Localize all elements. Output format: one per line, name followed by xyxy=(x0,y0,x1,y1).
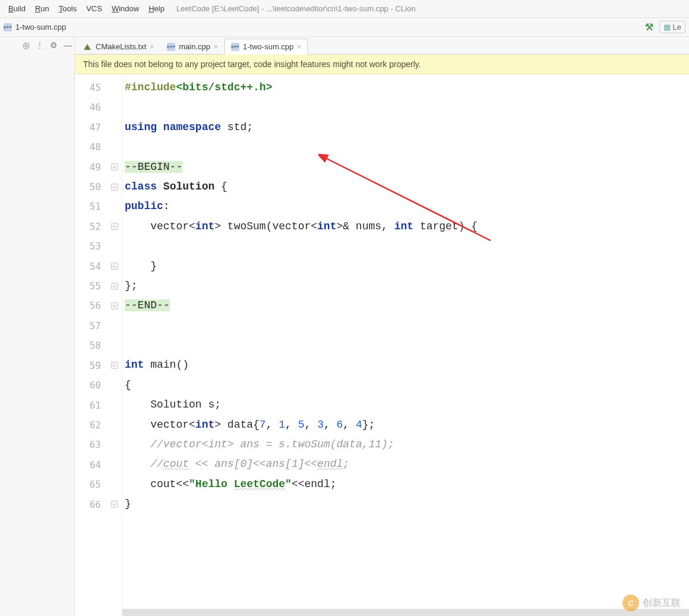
close-icon[interactable]: × xyxy=(214,43,218,51)
secondary-toolbar: c++ 1-two-sum.cpp ⚒ ▦ Le xyxy=(0,18,689,37)
code-line[interactable] xyxy=(125,316,689,336)
code-line[interactable]: cout<<"Hello LeetCode"<<endl; xyxy=(125,475,689,494)
code-line[interactable]: vector<int> twoSum(vector<int>& nums, in… xyxy=(125,217,689,236)
code-line[interactable]: --END-- xyxy=(125,296,689,315)
open-file-label: 1-two-sum.cpp xyxy=(15,23,66,31)
window-title: LeetCode [E:\LeetCode] - ...\leetcode\ed… xyxy=(176,4,416,13)
code-line[interactable] xyxy=(125,137,689,157)
menu-help[interactable]: Help xyxy=(144,2,169,15)
menubar: BuildRunToolsVCSWindowHelp LeetCode [E:\… xyxy=(0,0,689,18)
right-panel-button[interactable]: ▦ Le xyxy=(659,21,685,33)
code-line[interactable]: int main() xyxy=(125,355,689,375)
fold-open-icon[interactable]: − xyxy=(111,184,118,191)
code-line[interactable]: { xyxy=(125,375,689,395)
editor-body: 4546474849505152535455565758596061626364… xyxy=(75,74,689,616)
code-line[interactable]: } xyxy=(125,494,689,514)
cmake-icon xyxy=(84,44,91,50)
code-line[interactable]: Solution s; xyxy=(125,395,689,415)
fold-column: −−−−−−−− xyxy=(107,74,122,616)
panel-label: Le xyxy=(673,23,681,31)
cpp-file-icon: c++ xyxy=(167,43,175,51)
watermark-logo-icon: C xyxy=(622,595,639,611)
code-line[interactable]: //vector<int> ans = s.twoSum(data,11); xyxy=(125,435,689,454)
target-icon[interactable]: ◎ xyxy=(23,40,30,50)
warning-text: This file does not belong to any project… xyxy=(83,59,421,69)
close-icon[interactable]: × xyxy=(297,43,301,51)
code-line[interactable]: --BEGIN-- xyxy=(125,157,689,177)
close-icon[interactable]: × xyxy=(150,43,154,51)
build-hammer-icon[interactable]: ⚒ xyxy=(645,21,653,33)
warning-banner: This file does not belong to any project… xyxy=(75,55,689,74)
horizontal-scrollbar[interactable] xyxy=(122,609,689,616)
code-line[interactable]: using namespace std; xyxy=(125,118,689,137)
left-toolbar: ◎ ⋮ ⚙ — xyxy=(0,37,75,616)
menu-build[interactable]: Build xyxy=(4,2,30,15)
tab-1-two-sum-cpp[interactable]: c++1-two-sum.cpp× xyxy=(225,39,308,55)
fold-close-icon[interactable]: − xyxy=(111,283,118,290)
watermark-text: 创新互联 xyxy=(643,597,681,609)
code-line[interactable]: }; xyxy=(125,276,689,296)
fold-open-icon[interactable]: − xyxy=(111,223,118,230)
cpp-file-icon: c++ xyxy=(231,43,239,51)
tab-label: CMakeLists.txt xyxy=(96,42,146,51)
code-line[interactable]: public: xyxy=(125,197,689,216)
code-line[interactable]: //cout << ans[0]<<ans[1]<<endl; xyxy=(125,454,689,474)
fold-close-icon[interactable]: − xyxy=(111,263,118,270)
cpp-file-icon: c++ xyxy=(4,23,12,31)
code-area[interactable]: #include<bits/stdc++.h>using namespace s… xyxy=(122,74,689,616)
code-line[interactable] xyxy=(125,236,689,256)
code-line[interactable]: } xyxy=(125,257,689,276)
tab-main-cpp[interactable]: c++main.cpp× xyxy=(160,39,225,54)
line-gutter: 4546474849505152535455565758596061626364… xyxy=(75,74,107,616)
panel-icon: ▦ xyxy=(663,23,671,31)
code-line[interactable]: class Solution { xyxy=(125,177,689,197)
menu-vCS[interactable]: VCS xyxy=(81,2,107,15)
minimize-icon[interactable]: — xyxy=(64,40,72,50)
fold-open-icon[interactable]: − xyxy=(111,163,118,170)
code-line[interactable]: #include<bits/stdc++.h> xyxy=(125,78,689,97)
fold-close-icon[interactable]: − xyxy=(111,501,118,508)
divider-icon: ⋮ xyxy=(36,40,44,50)
tab-CMakeLists-txt[interactable]: CMakeLists.txt× xyxy=(77,39,160,54)
code-line[interactable] xyxy=(125,97,689,117)
fold-close-icon[interactable]: − xyxy=(111,302,118,309)
menu-run[interactable]: Run xyxy=(30,2,54,15)
fold-open-icon[interactable]: − xyxy=(111,362,118,369)
tab-label: main.cpp xyxy=(179,42,210,51)
gear-icon[interactable]: ⚙ xyxy=(50,40,58,50)
menu-tools[interactable]: Tools xyxy=(54,2,81,15)
watermark: C 创新互联 xyxy=(622,595,681,611)
code-line[interactable]: vector<int> data{7, 1, 5, 3, 6, 4}; xyxy=(125,415,689,435)
tab-label: 1-two-sum.cpp xyxy=(243,42,293,51)
editor-tabs: CMakeLists.txt×c++main.cpp×c++1-two-sum.… xyxy=(75,37,689,55)
code-line[interactable] xyxy=(125,336,689,355)
menu-window[interactable]: Window xyxy=(107,2,144,15)
